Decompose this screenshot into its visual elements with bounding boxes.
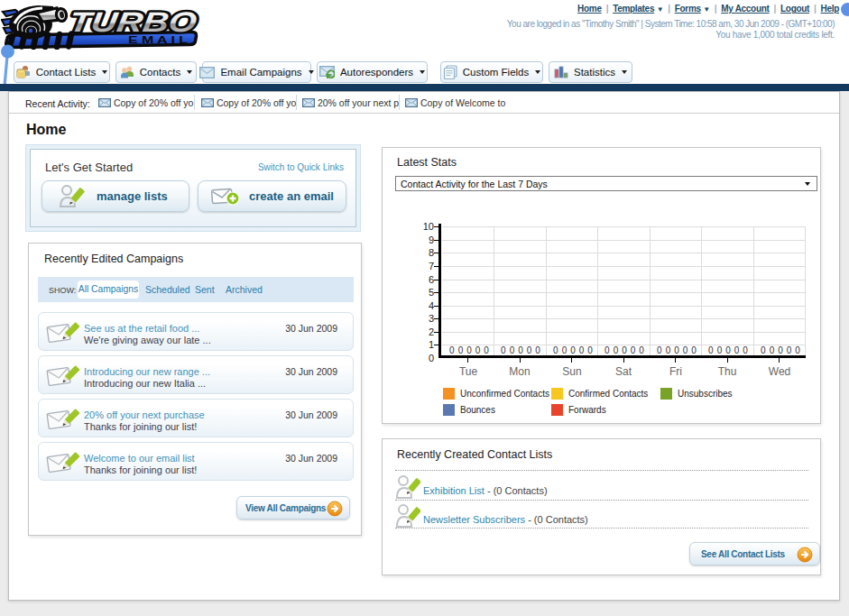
svg-text:TURBO: TURBO: [67, 7, 198, 39]
